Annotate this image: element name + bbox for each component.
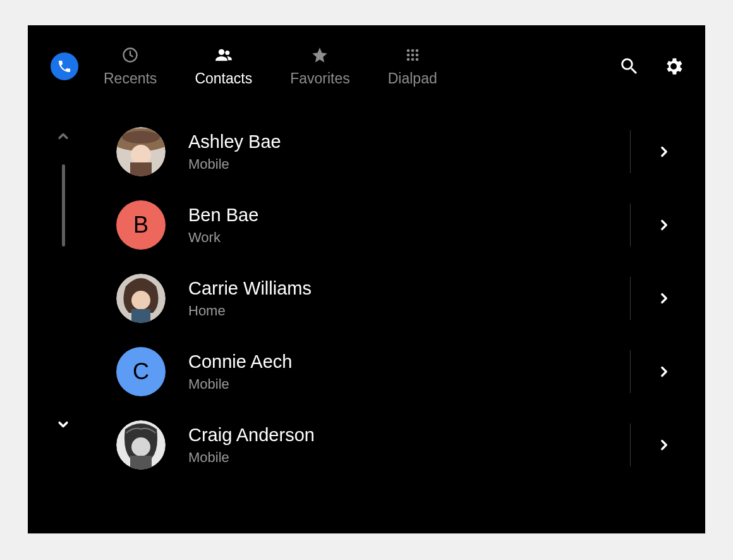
avatar-initial: B (133, 212, 148, 238)
avatar: C (116, 347, 166, 396)
svg-rect-16 (130, 162, 152, 176)
tab-contacts[interactable]: Contacts (195, 46, 252, 87)
app-header: Recents Contacts Favorites Dialpad (28, 25, 705, 107)
contacts-content: Ashley Bae Mobile B Ben Bae Work (28, 107, 705, 533)
svg-point-2 (225, 51, 229, 55)
svg-point-20 (131, 291, 150, 310)
dialer-button[interactable] (51, 52, 78, 80)
contact-name: Carrie Williams (188, 278, 606, 299)
avatar-initial: C (133, 358, 149, 385)
tab-favorites[interactable]: Favorites (290, 46, 350, 87)
contact-name: Craig Anderson (188, 425, 606, 446)
tab-recents[interactable]: Recents (104, 46, 157, 87)
svg-point-15 (131, 145, 151, 165)
avatar (116, 127, 166, 176)
svg-point-7 (411, 53, 414, 56)
contact-info: Ashley Bae Mobile (188, 131, 606, 173)
phone-app-window: Recents Contacts Favorites Dialpad (28, 25, 705, 533)
contact-row[interactable]: C Connie Aech Mobile (116, 335, 674, 408)
search-icon (619, 56, 640, 77)
contact-details-button[interactable] (655, 435, 674, 454)
clock-icon (121, 46, 139, 64)
svg-point-1 (219, 49, 224, 54)
header-actions (617, 54, 686, 79)
row-divider (630, 204, 631, 247)
avatar (116, 274, 166, 323)
svg-point-9 (406, 58, 409, 61)
contact-name: Ben Bae (188, 205, 606, 226)
contacts-list: Ashley Bae Mobile B Ben Bae Work (116, 115, 674, 533)
svg-rect-21 (131, 309, 150, 323)
gear-icon (663, 56, 684, 77)
chevron-down-icon (54, 415, 72, 433)
contact-subtitle: Home (188, 303, 606, 319)
svg-point-3 (406, 49, 409, 52)
contact-subtitle: Mobile (188, 449, 606, 466)
scroll-up-button[interactable] (53, 126, 73, 147)
svg-point-6 (406, 53, 409, 56)
avatar-photo (116, 274, 166, 323)
svg-rect-25 (130, 456, 152, 470)
svg-point-11 (415, 58, 418, 61)
chevron-right-icon (656, 143, 672, 160)
phone-icon (57, 59, 72, 74)
contact-row[interactable]: Craig Anderson Mobile (116, 408, 674, 482)
scroll-down-button[interactable] (53, 414, 73, 434)
avatar: B (116, 200, 166, 250)
row-divider (630, 423, 631, 466)
chevron-right-icon (656, 363, 672, 380)
tab-label: Recents (104, 70, 157, 87)
svg-point-24 (131, 437, 150, 456)
contact-row[interactable]: Carrie Williams Home (116, 262, 674, 335)
tab-label: Dialpad (388, 70, 437, 87)
contact-name: Connie Aech (188, 351, 606, 372)
contact-row[interactable]: B Ben Bae Work (116, 188, 674, 262)
chevron-right-icon (656, 290, 672, 307)
contact-details-button[interactable] (655, 362, 674, 381)
contact-details-button[interactable] (655, 289, 674, 308)
people-icon (215, 46, 233, 64)
avatar (116, 420, 166, 470)
row-divider (630, 350, 631, 393)
contact-info: Ben Bae Work (188, 205, 606, 246)
svg-point-8 (415, 53, 418, 56)
contact-details-button[interactable] (655, 142, 674, 161)
contact-details-button[interactable] (655, 216, 674, 234)
star-icon (311, 46, 329, 64)
avatar-photo (116, 127, 166, 176)
row-divider (630, 130, 631, 173)
chevron-up-icon (54, 128, 72, 145)
svg-point-4 (411, 49, 414, 52)
svg-point-5 (415, 49, 418, 52)
contact-subtitle: Mobile (188, 376, 606, 393)
tab-dialpad[interactable]: Dialpad (388, 46, 437, 87)
contact-row[interactable]: Ashley Bae Mobile (116, 115, 674, 188)
contact-info: Craig Anderson Mobile (188, 425, 606, 466)
contact-name: Ashley Bae (188, 131, 606, 152)
dialpad-icon (404, 46, 421, 64)
scroll-indicator (53, 126, 73, 247)
contact-subtitle: Work (188, 229, 606, 246)
svg-point-17 (122, 131, 160, 143)
settings-button[interactable] (661, 54, 686, 79)
contact-subtitle: Mobile (188, 156, 606, 173)
scroll-track[interactable] (62, 164, 65, 247)
tab-label: Contacts (195, 70, 252, 87)
contact-info: Connie Aech Mobile (188, 351, 606, 393)
contact-info: Carrie Williams Home (188, 278, 606, 319)
chevron-right-icon (656, 217, 672, 233)
search-button[interactable] (617, 54, 642, 79)
row-divider (630, 277, 631, 320)
tab-label: Favorites (290, 70, 350, 87)
chevron-right-icon (656, 437, 672, 453)
avatar-photo (116, 420, 166, 470)
header-tabs: Recents Contacts Favorites Dialpad (104, 46, 617, 87)
svg-point-10 (411, 58, 414, 61)
